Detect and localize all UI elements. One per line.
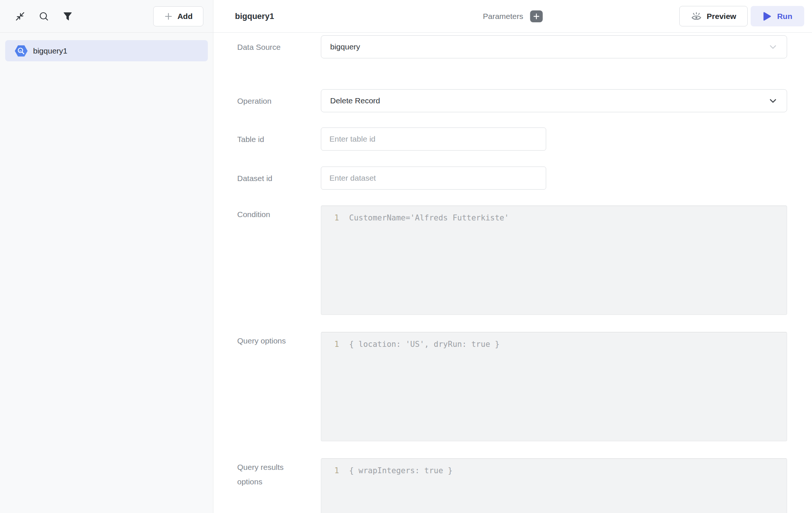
query-results-options-code-placeholder: { wrapIntegers: true }: [339, 465, 452, 477]
query-options-code-editor[interactable]: 1 { location: 'US', dryRun: true }: [321, 332, 787, 441]
add-parameter-button[interactable]: [530, 10, 542, 22]
condition-code-editor[interactable]: 1 CustomerName='Alfreds Futterkiste': [321, 206, 787, 315]
chevron-down-icon: [768, 42, 778, 52]
query-options-row: Query options 1 { location: 'US', dryRun…: [237, 332, 787, 441]
data-source-value: bigquery: [330, 42, 360, 51]
filter-icon[interactable]: [61, 10, 74, 23]
operation-value: Delete Record: [330, 96, 380, 105]
query-results-options-code-editor[interactable]: 1 { wrapIntegers: true }: [321, 458, 787, 513]
plus-icon: [533, 13, 539, 20]
add-query-button[interactable]: Add: [153, 6, 203, 26]
query-list-item-bigquery1[interactable]: bigquery1: [5, 40, 208, 61]
query-results-options-label: Query results options: [237, 458, 309, 489]
preview-button[interactable]: Preview: [679, 6, 748, 26]
run-button-label: Run: [777, 12, 792, 21]
sidebar-toolbar: Add: [0, 0, 213, 33]
query-options-code-placeholder: { location: 'US', dryRun: true }: [339, 339, 500, 350]
data-source-select[interactable]: bigquery: [321, 35, 787, 58]
preview-button-label: Preview: [707, 12, 736, 21]
condition-label: Condition: [237, 206, 309, 222]
operation-select[interactable]: Delete Record: [321, 89, 787, 112]
condition-row: Condition 1 CustomerName='Alfreds Futter…: [237, 206, 787, 315]
run-button[interactable]: Run: [751, 6, 804, 26]
condition-code-placeholder: CustomerName='Alfreds Futterkiste': [339, 212, 509, 224]
line-number: 1: [321, 212, 339, 224]
query-results-options-row: Query results options 1 { wrapIntegers: …: [237, 458, 787, 513]
operation-label: Operation: [237, 94, 309, 108]
query-list: bigquery1: [0, 33, 213, 61]
parameters-label: Parameters: [483, 12, 523, 21]
table-id-input[interactable]: [321, 128, 546, 151]
table-id-row: Table id: [237, 128, 787, 151]
query-item-label: bigquery1: [33, 46, 67, 55]
query-form: Data Source bigquery Operation: [213, 33, 812, 513]
eye-icon: [691, 12, 702, 21]
add-button-label: Add: [177, 12, 193, 21]
line-number: 1: [321, 339, 339, 350]
line-number: 1: [321, 465, 339, 477]
data-source-label: Data Source: [237, 40, 309, 54]
search-icon[interactable]: [37, 10, 51, 23]
data-source-row: Data Source bigquery: [237, 35, 787, 58]
table-id-label: Table id: [237, 132, 309, 146]
query-options-label: Query options: [237, 332, 309, 348]
app-window: Add: [0, 0, 812, 513]
chevron-down-icon: [768, 96, 778, 106]
bigquery-icon: [14, 45, 28, 57]
dataset-id-label: Dataset id: [237, 171, 309, 185]
dataset-id-input[interactable]: [321, 167, 546, 190]
query-title: bigquery1: [235, 12, 274, 21]
plus-icon: [164, 12, 173, 21]
query-editor-header: bigquery1 Parameters: [213, 0, 812, 33]
parameters-group: Parameters: [483, 10, 543, 22]
header-actions: Preview Run: [679, 6, 804, 26]
query-editor-panel: bigquery1 Parameters: [213, 0, 812, 513]
operation-row: Operation Delete Record: [237, 89, 787, 112]
dataset-id-row: Dataset id: [237, 167, 787, 190]
query-sidebar: Add: [0, 0, 213, 513]
collapse-panel-icon[interactable]: [13, 10, 27, 23]
play-icon: [763, 12, 771, 21]
